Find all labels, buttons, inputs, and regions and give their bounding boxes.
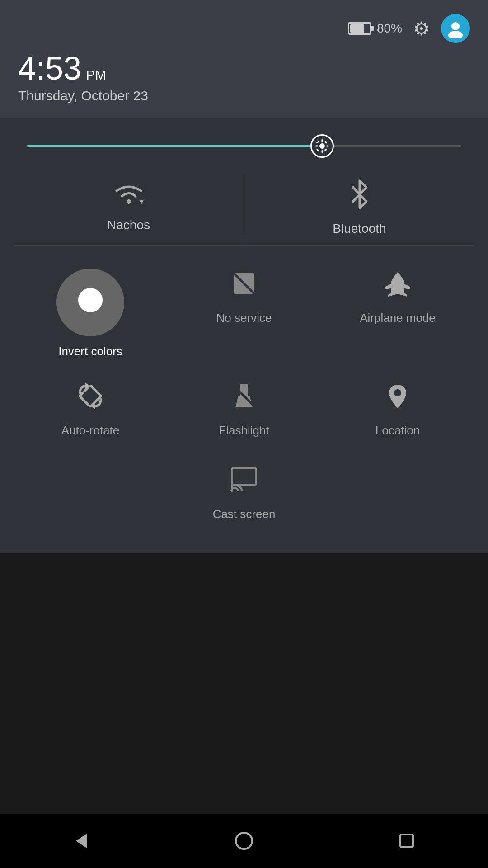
no-service-tile[interactable]: No service [167,255,321,368]
time: 4:53 [18,52,81,85]
flashlight-icon [229,381,259,415]
no-service-label: No service [216,311,272,325]
svg-rect-3 [321,139,323,142]
svg-rect-24 [232,468,256,485]
brightness-slider-fill [27,145,322,147]
ampm: PM [86,67,106,83]
home-button[interactable] [226,823,262,859]
toggle-grid: Invert colors No service Airplane mode [14,255,474,447]
wifi-label: Nachos [107,218,150,232]
svg-point-27 [236,833,252,849]
svg-rect-8 [324,141,327,143]
time-display: 4:53 PM [18,52,470,85]
svg-marker-12 [139,200,144,204]
location-tile[interactable]: Location [321,368,474,447]
svg-point-23 [394,389,401,396]
avatar[interactable] [441,14,470,43]
nav-bar [0,814,488,868]
svg-rect-10 [324,148,327,151]
auto-rotate-icon [75,381,105,415]
cast-screen-icon [228,465,260,499]
svg-point-1 [448,31,463,38]
invert-colors-icon [75,285,105,320]
svg-marker-26 [76,834,87,848]
brightness-control[interactable] [14,136,474,165]
flashlight-label: Flashlight [219,424,269,438]
invert-colors-label: Invert colors [58,344,122,359]
wifi-bluetooth-row: Nachos Bluetooth [14,165,474,246]
wifi-tile[interactable]: Nachos [14,165,244,246]
bluetooth-tile[interactable]: Bluetooth [244,165,474,246]
svg-point-2 [319,143,325,149]
svg-rect-4 [321,150,323,153]
invert-colors-tile[interactable]: Invert colors [14,255,167,368]
svg-rect-9 [316,148,319,151]
bluetooth-label: Bluetooth [333,222,386,236]
svg-rect-5 [315,146,318,147]
bluetooth-icon [348,179,371,214]
auto-rotate-label: Auto-rotate [61,424,120,438]
quick-settings-panel: Nachos Bluetooth [0,118,488,553]
battery-icon [348,22,371,35]
airplane-mode-icon [383,269,413,303]
airplane-mode-label: Airplane mode [360,311,436,325]
wifi-icon [113,179,145,211]
date: Thursday, October 23 [18,88,470,104]
location-label: Location [375,424,420,438]
svg-point-0 [451,22,460,30]
battery-info: 80% [348,21,402,36]
cast-screen-row: Cast screen [14,451,474,530]
brightness-slider-track[interactable] [27,145,461,147]
brightness-thumb [310,134,334,158]
cast-screen-tile[interactable]: Cast screen [177,451,312,530]
auto-rotate-tile[interactable]: Auto-rotate [14,368,167,447]
invert-colors-circle [56,269,124,336]
flashlight-tile[interactable]: Flashlight [167,368,321,447]
location-icon [383,381,413,415]
svg-rect-18 [80,385,101,407]
cast-screen-label: Cast screen [213,507,276,521]
back-button[interactable] [63,823,99,859]
airplane-mode-tile[interactable]: Airplane mode [321,255,474,368]
battery-percent: 80% [377,21,402,36]
recents-button[interactable] [389,823,425,859]
svg-point-25 [230,489,233,492]
svg-rect-6 [326,146,329,147]
no-service-icon [229,269,259,303]
svg-rect-28 [400,835,413,847]
svg-point-11 [127,199,131,204]
status-bar: 80% ⚙ 4:53 PM Thursday, October 23 [0,0,488,118]
settings-icon[interactable]: ⚙ [413,18,430,40]
svg-rect-7 [316,141,319,143]
